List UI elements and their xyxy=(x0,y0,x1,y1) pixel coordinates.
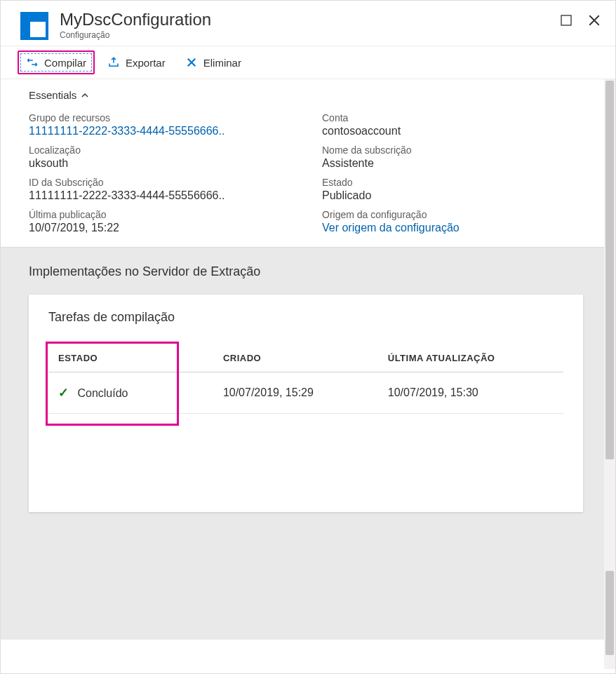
card-title: Tarefas de compilação xyxy=(48,310,563,325)
page-title: MyDscConfiguration xyxy=(60,11,211,29)
export-icon xyxy=(107,56,120,69)
table-row[interactable]: ✓ Concluído 10/07/2019, 15:29 10/07/2019… xyxy=(48,372,563,414)
resource-group-link[interactable]: 11111111-2222-3333-4444-55556666.. xyxy=(29,125,301,137)
export-button[interactable]: Exportar xyxy=(100,52,173,73)
deploy-section: Implementações no Servidor de Extração T… xyxy=(1,247,604,640)
status-label: Estado xyxy=(322,177,594,188)
scrollbar-thumb-lower[interactable] xyxy=(605,571,614,655)
essentials-toggle-label: Essentials xyxy=(29,89,76,101)
last-published-label: Última publicação xyxy=(29,209,301,220)
check-icon: ✓ xyxy=(58,386,69,400)
config-source-field: Origem da configuração Ver origem da con… xyxy=(322,209,594,234)
chevron-up-icon xyxy=(81,91,89,100)
account-field: Conta contosoaccount xyxy=(322,112,594,137)
config-source-link[interactable]: Ver origem da configuração xyxy=(322,222,594,234)
content-area: Essentials Grupo de recursos 11111111-22… xyxy=(1,79,615,669)
account-label: Conta xyxy=(322,112,594,123)
compile-jobs-card: Tarefas de compilação ESTADO CRIADO ÚLTI… xyxy=(29,295,583,512)
cell-updated: 10/07/2019, 15:30 xyxy=(378,372,563,414)
subscription-name-label: Nome da subscrição xyxy=(322,144,594,156)
compile-button[interactable]: Compilar xyxy=(19,52,93,73)
blade-header: MyDscConfiguration Configuração xyxy=(1,1,615,46)
col-status[interactable]: ESTADO xyxy=(48,344,213,372)
deploy-heading: Implementações no Servidor de Extração xyxy=(29,264,583,279)
last-published-value: 10/07/2019, 15:22 xyxy=(29,222,301,234)
export-label: Exportar xyxy=(126,57,166,69)
config-source-label: Origem da configuração xyxy=(322,209,594,220)
col-created[interactable]: CRIADO xyxy=(213,344,378,372)
account-value: contosoaccount xyxy=(322,125,594,137)
status-text: Concluído xyxy=(77,387,128,399)
header-text: MyDscConfiguration Configuração xyxy=(60,11,211,40)
status-field: Estado Publicado xyxy=(322,177,594,202)
location-value: uksouth xyxy=(29,157,301,170)
compile-label: Compilar xyxy=(44,57,86,69)
close-button[interactable] xyxy=(587,13,601,27)
vertical-scrollbar[interactable] xyxy=(604,79,615,669)
cell-created: 10/07/2019, 15:29 xyxy=(213,372,378,414)
essentials-section: Essentials Grupo de recursos 11111111-22… xyxy=(1,79,615,247)
delete-icon xyxy=(185,56,198,69)
resource-group-field: Grupo de recursos 11111111-2222-3333-444… xyxy=(29,112,301,137)
cell-status: ✓ Concluído xyxy=(48,372,213,414)
subscription-id-value: 11111111-2222-3333-4444-55556666.. xyxy=(29,189,301,202)
col-updated[interactable]: ÚLTIMA ATUALIZAÇÃO xyxy=(378,344,563,372)
page-subtitle: Configuração xyxy=(60,30,211,40)
svg-rect-0 xyxy=(561,15,571,25)
last-published-field: Última publicação 10/07/2019, 15:22 xyxy=(29,209,301,234)
subscription-id-field: ID da Subscrição 11111111-2222-3333-4444… xyxy=(29,177,301,202)
subscription-name-field: Nome da subscrição Assistente xyxy=(322,144,594,170)
resource-group-label: Grupo de recursos xyxy=(29,112,301,123)
highlight-compile: Compilar xyxy=(18,50,95,74)
essentials-toggle[interactable]: Essentials xyxy=(29,89,89,101)
subscription-id-label: ID da Subscrição xyxy=(29,177,301,188)
delete-button[interactable]: Eliminar xyxy=(178,52,248,73)
maximize-button[interactable] xyxy=(559,13,573,27)
scrollbar-thumb-upper[interactable] xyxy=(605,81,614,459)
configuration-icon xyxy=(20,12,48,40)
status-value: Publicado xyxy=(322,189,594,202)
delete-label: Eliminar xyxy=(203,57,241,69)
compile-icon xyxy=(26,56,39,69)
location-field: Localização uksouth xyxy=(29,144,301,170)
location-label: Localização xyxy=(29,144,301,156)
jobs-table: ESTADO CRIADO ÚLTIMA ATUALIZAÇÃO ✓ Concl… xyxy=(48,344,563,414)
table-header-row: ESTADO CRIADO ÚLTIMA ATUALIZAÇÃO xyxy=(48,344,563,372)
subscription-name-value: Assistente xyxy=(322,157,594,170)
toolbar: Compilar Exportar Eliminar xyxy=(1,46,615,79)
